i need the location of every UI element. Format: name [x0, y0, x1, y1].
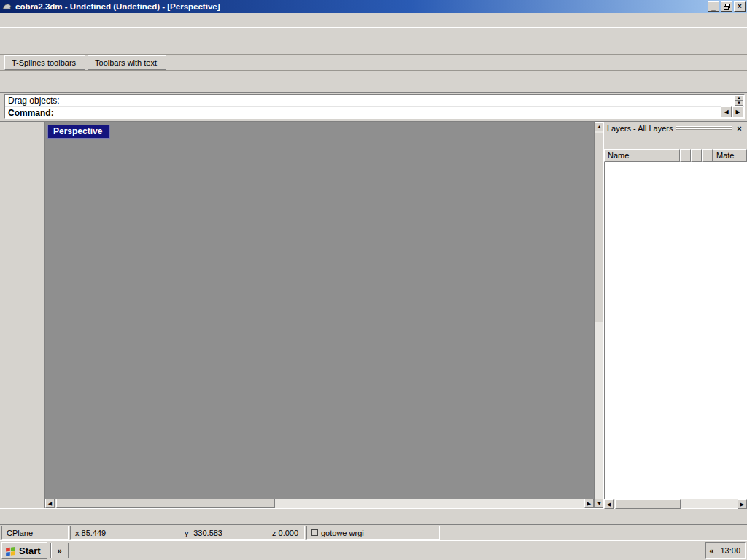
- column-color[interactable]: [702, 149, 713, 162]
- quick-launch-overflow[interactable]: »: [55, 546, 65, 555]
- command-prompt-line[interactable]: Command:: [5, 106, 744, 118]
- windows-taskbar: Start » « 13:00: [0, 540, 747, 560]
- viewport-horizontal-scrollbar[interactable]: ◀ ▶: [45, 499, 594, 508]
- coord-x: x 85.449: [75, 529, 185, 537]
- minimize-button[interactable]: _: [708, 1, 719, 12]
- menu-bar: [0, 13, 747, 28]
- command-history-line: Drag objects:: [5, 95, 744, 106]
- tsplines-toolbar: [0, 70, 747, 92]
- command-scroll-buttons[interactable]: ◀ ▶: [720, 106, 743, 117]
- toolbar-tabs: T-Splines toolbars Toolbars with text: [0, 54, 747, 70]
- viewport[interactable]: Perspective ◀ ▶: [45, 122, 594, 508]
- scroll-left-icon[interactable]: ◀: [604, 499, 614, 509]
- column-bulb[interactable]: [680, 149, 691, 162]
- viewport-title[interactable]: Perspective: [47, 125, 110, 139]
- scroll-right-icon[interactable]: ▶: [584, 499, 594, 508]
- coordinates-readout: x 85.449 y -330.583 z 0.000: [70, 526, 305, 540]
- current-layer-chip[interactable]: gotowe wrgi: [306, 526, 440, 540]
- system-tray: « 13:00: [705, 542, 746, 559]
- column-lock[interactable]: [691, 149, 702, 162]
- taskbar-divider: [50, 543, 52, 558]
- layers-panel: Layers - All Layers × Name Mate ◀ ▶: [603, 122, 747, 508]
- taskbar-divider: [68, 543, 69, 558]
- status-filler: [441, 526, 746, 540]
- layers-panel-titlebar[interactable]: Layers - All Layers ×: [604, 122, 747, 134]
- scrollbar-thumb[interactable]: [56, 499, 275, 508]
- scrollbar-thumb[interactable]: [615, 499, 681, 509]
- cplane-button[interactable]: CPlane: [1, 526, 69, 540]
- column-name[interactable]: Name: [604, 149, 680, 162]
- command-history-spinner[interactable]: ▲▼: [735, 96, 743, 106]
- tray-clock[interactable]: 13:00: [720, 546, 740, 555]
- layers-toolbar: [604, 134, 747, 149]
- layer-color-swatch: [311, 529, 318, 536]
- layers-panel-title: Layers - All Layers: [607, 124, 673, 133]
- standard-toolbar: [0, 28, 747, 54]
- tab-toolbars-with-text[interactable]: Toolbars with text: [88, 55, 166, 70]
- command-area: Drag objects: Command: ▲▼ ◀ ▶: [0, 92, 747, 121]
- title-bar: cobra2.3dm - Undefined (Undefined) - [Pe…: [0, 0, 747, 13]
- scroll-right-icon[interactable]: ▶: [738, 499, 747, 509]
- current-layer-name: gotowe wrgi: [321, 529, 364, 537]
- osnap-bar: [0, 508, 747, 524]
- panel-close-icon[interactable]: ×: [735, 124, 744, 133]
- coord-y: y -330.583: [185, 529, 272, 537]
- left-tool-palette: [0, 122, 45, 508]
- tab-tsplines-toolbars[interactable]: T-Splines toolbars: [4, 55, 85, 70]
- column-material[interactable]: Mate: [713, 149, 747, 162]
- tray-chevron[interactable]: «: [709, 546, 713, 555]
- scroll-left-icon[interactable]: ◀: [721, 106, 732, 117]
- status-bar: CPlane x 85.449 y -330.583 z 0.000 gotow…: [0, 524, 747, 540]
- window-title: cobra2.3dm - Undefined (Undefined) - [Pe…: [15, 2, 706, 11]
- layers-list: [604, 162, 747, 499]
- close-button[interactable]: ×: [734, 1, 746, 12]
- rhino-window: cobra2.3dm - Undefined (Undefined) - [Pe…: [0, 0, 747, 560]
- restore-button[interactable]: [721, 1, 732, 12]
- coord-z: z 0.000: [272, 529, 298, 537]
- main-area: Perspective ◀ ▶ ▲ ▼ Layers - All Layers …: [0, 121, 747, 508]
- rhino-app-icon: [1, 1, 12, 12]
- layers-column-header: Name Mate: [604, 149, 747, 162]
- scroll-right-icon[interactable]: ▶: [732, 106, 743, 117]
- viewport-vertical-scrollbar[interactable]: ▲ ▼: [594, 122, 603, 508]
- scroll-left-icon[interactable]: ◀: [45, 499, 55, 508]
- panel-grip[interactable]: [676, 126, 732, 131]
- layers-horizontal-scrollbar[interactable]: ◀ ▶: [604, 499, 747, 508]
- viewport-canvas[interactable]: [45, 122, 594, 499]
- command-box[interactable]: Drag objects: Command: ▲▼ ◀ ▶: [4, 94, 745, 119]
- start-button[interactable]: Start: [1, 542, 47, 559]
- windows-flag-icon: [4, 545, 17, 557]
